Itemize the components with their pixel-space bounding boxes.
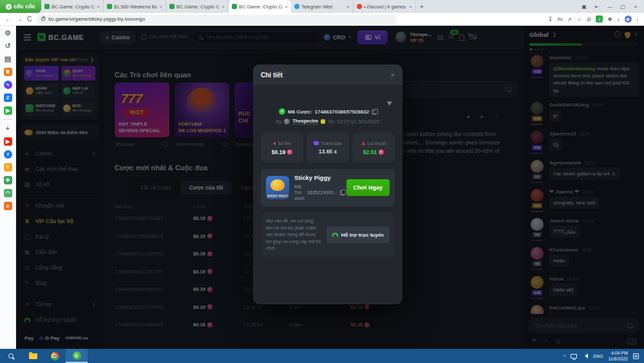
chrome-icon	[51, 352, 59, 360]
taskbar-explorer-button[interactable]	[22, 349, 44, 363]
feed-icon[interactable]: ▤	[4, 55, 12, 63]
bet-id-label: Mã Cược:	[288, 109, 312, 115]
edu-shortcut-icon[interactable]: ◠	[4, 189, 12, 197]
adblock-icon[interactable]: ⊘	[586, 16, 591, 23]
medal-badge-icon	[321, 119, 325, 124]
youtube-icon[interactable]: ▶	[4, 137, 12, 146]
lock-icon	[41, 17, 45, 21]
telegram-favicon	[294, 4, 299, 9]
stat-amount: ♦Số tiền $0.19	[261, 133, 303, 162]
tab-close-icon[interactable]: ×	[346, 4, 350, 10]
tab-close-icon[interactable]: ×	[159, 4, 162, 10]
forward-button[interactable]: →	[16, 15, 23, 23]
verified-check-icon: ✓	[279, 108, 285, 115]
notification-center-icon[interactable]	[633, 353, 639, 359]
live-support-button[interactable]: Hỗ trợ trực tuyến	[327, 226, 390, 243]
reload-button[interactable]: C	[27, 15, 32, 23]
messenger-icon[interactable]: ϟ	[4, 81, 12, 89]
share-icon[interactable]: ↗	[567, 16, 573, 23]
bookmark-star-icon[interactable]: ☆	[576, 16, 582, 23]
minimize-button[interactable]: —	[604, 4, 616, 10]
history-icon[interactable]: ↺	[4, 42, 12, 50]
modal-header: Chi tiết ×	[253, 64, 402, 85]
modal-close-icon[interactable]: ×	[391, 71, 395, 79]
zalo-icon[interactable]: Z	[4, 93, 12, 102]
taskbar-search-button[interactable]	[0, 349, 22, 363]
tray-expand-icon[interactable]: ^	[564, 354, 565, 358]
close-window-button[interactable]: ×	[630, 4, 641, 10]
cart-shortcut-icon[interactable]: c	[4, 202, 12, 210]
taskbar-clock[interactable]: 4:04 PM 11/6/2022	[608, 350, 628, 362]
vip-crown-icon[interactable]: ♛	[4, 68, 12, 76]
sidebar-divider	[3, 119, 13, 120]
bet-id-value: 1748637038657928832	[315, 109, 370, 115]
tab-label: BC.Game: Crypto Casino Gan	[52, 4, 95, 10]
shop-shortcut-icon[interactable]: ✚	[4, 176, 12, 184]
url-text[interactable]: bc.game/vi/game/sticky-piggy-by-booongo	[48, 16, 145, 22]
tiki-shortcut-icon[interactable]: T	[4, 163, 12, 172]
extension-icon[interactable]: ❖	[607, 16, 612, 23]
tab-telegram[interactable]: Telegram Web ×	[291, 0, 354, 13]
tab-booongo-promo[interactable]: $1,500 Weekend Booongo M ×	[104, 0, 166, 13]
pin-window-icon[interactable]: ⇤	[591, 4, 603, 10]
address-bar[interactable]: bc.game/vi/game/sticky-piggy-by-booongo	[36, 15, 397, 24]
tab-bcgame-2[interactable]: BC.Game: Crypto Casino Gan ×	[166, 0, 229, 13]
coin-icon	[287, 150, 292, 155]
play-now-button[interactable]: Chơi Ngay	[346, 179, 390, 196]
toolbar-icons: ↧ Aa ↗ ☆ ⊘ ↓ ❖ ♪ ☻ ↓	[548, 15, 639, 23]
tab-close-icon[interactable]: ×	[409, 4, 412, 10]
browser-toolbar: ← → C bc.game/vi/game/sticky-piggy-by-bo…	[0, 13, 644, 26]
stat-profit: ♟Lợi nhuận $2.51	[352, 133, 395, 162]
games-icon[interactable]: ▶	[4, 106, 12, 115]
copy-icon[interactable]	[340, 190, 345, 195]
copy-icon[interactable]	[372, 109, 377, 115]
coccoc-menu-button[interactable]: c cốc cốc	[0, 0, 41, 13]
bet-details-modal: Chi tiết × ✓ Mã Cược: 174863703865792883…	[253, 64, 402, 304]
discord-favicon	[357, 4, 362, 9]
stat-payout: Thanh toán 13.65 x	[307, 133, 349, 162]
sticky-piggy-thumbnail[interactable]: STICKY PIGGY	[266, 176, 289, 199]
bcgame-page: B BC.GAME ♣ Casino Các môn thể thao CRO …	[16, 26, 644, 349]
save-page-icon[interactable]: ↧	[548, 16, 553, 23]
help-section: Mọi vấn đề, xin vui lòng liên hệ với bộ …	[261, 213, 395, 257]
volume-icon[interactable]	[582, 353, 588, 358]
profit-icon: ♟	[361, 141, 365, 146]
back-button[interactable]: ←	[5, 15, 12, 23]
tab-label: • Discord | # games | BC G	[364, 4, 407, 10]
browser-tabbar: c cốc cốc BC.Game: Crypto Casino Gan × $…	[0, 0, 644, 13]
facebook-icon[interactable]: f	[4, 150, 12, 159]
share-icon[interactable]	[387, 98, 396, 106]
search-icon	[8, 353, 14, 358]
bcgame-favicon	[44, 4, 50, 9]
bcgame-favicon	[169, 4, 175, 9]
maximize-button[interactable]: ▢	[617, 4, 629, 10]
taskbar-chrome-button[interactable]	[44, 349, 66, 363]
tab-close-icon[interactable]: ×	[97, 4, 100, 10]
coccoc-downloader-icon[interactable]: ↓	[596, 15, 603, 23]
tab-close-icon[interactable]: ×	[222, 4, 225, 10]
profile-icon[interactable]: ☻	[625, 15, 632, 23]
bet-stats: ♦Số tiền $0.19 Thanh toán 13.65 x ♟Lợi n…	[261, 133, 395, 162]
settings-gear-icon[interactable]: ⚙	[4, 29, 12, 37]
payout-icon	[314, 141, 319, 145]
new-tab-button[interactable]: +	[416, 0, 428, 13]
tab-capture-icon[interactable]: ▣	[578, 4, 590, 10]
network-icon[interactable]	[571, 354, 577, 358]
taskbar-coccoc-button[interactable]: c	[66, 349, 88, 363]
bcgame-favicon	[232, 4, 237, 9]
savior-extension-icon[interactable]: ♪	[617, 16, 620, 23]
amount-icon: ♦	[273, 141, 276, 146]
folder-icon	[29, 353, 37, 359]
on-label: On	[328, 119, 334, 124]
tab-bcgame-active[interactable]: BC.Game: Crypto Casino Gan ×	[229, 0, 291, 13]
by-label: By	[276, 119, 282, 124]
add-shortcut-icon[interactable]: +	[4, 124, 12, 133]
translate-icon[interactable]: Aa	[557, 17, 563, 21]
language-indicator[interactable]: ENG	[593, 354, 603, 358]
bet-username[interactable]: Thespectre	[292, 118, 318, 124]
tab-bcgame-1[interactable]: BC.Game: Crypto Casino Gan ×	[41, 0, 104, 13]
downloads-icon[interactable]: ↓	[636, 16, 639, 23]
tab-close-icon[interactable]: ×	[285, 4, 288, 10]
tab-discord[interactable]: • Discord | # games | BC G ×	[354, 0, 416, 13]
tab-label: $1,500 Weekend Booongo M	[114, 4, 157, 10]
